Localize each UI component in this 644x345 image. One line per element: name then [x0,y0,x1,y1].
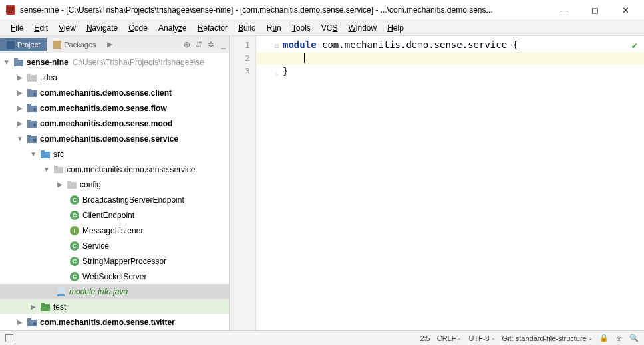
module-icon [27,134,37,144]
menu-file[interactable]: File [7,22,27,34]
tree-flow[interactable]: com.mechanitis.demo.sense.flow [0,100,229,116]
tree-service[interactable]: com.mechanitis.demo.sense.service [0,131,229,146]
gutter[interactable]: 1 2 3 [230,36,256,330]
chevron-right-icon[interactable] [16,120,24,127]
menu-build[interactable]: Build [234,22,260,34]
tree-ce-label: ClientEndpoint [82,211,134,220]
menu-tools[interactable]: Tools [288,22,315,34]
window-title: sense-nine - [C:\Users\Trisha\Projects\t… [20,5,551,15]
chevron-down-icon[interactable] [16,135,24,142]
status-caret-position[interactable]: 2:5 [420,334,430,342]
minimize-button[interactable]: — [555,5,573,15]
tree-smp-label: StringMapperProcessor [82,257,166,266]
gear-icon[interactable]: ✲ [205,40,217,49]
svg-rect-5 [14,58,18,60]
code-line-2[interactable] [256,52,644,65]
tree-idea[interactable]: .idea [0,70,229,85]
maximize-button[interactable]: ◻ [585,5,604,15]
code-area[interactable]: ✔ ⊟module com.mechanitis.demo.sense.serv… [256,36,644,330]
tree-pkg[interactable]: com.mechanitis.demo.sense.service [0,162,229,177]
gutter-line-2[interactable]: 2 [230,52,255,65]
menu-code[interactable]: Code [124,22,152,34]
tab-project-label: Project [17,41,40,49]
status-encoding[interactable]: UTF-8⌄ [468,334,495,342]
target-icon[interactable]: ⊕ [181,40,193,49]
svg-rect-12 [27,104,31,106]
svg-rect-10 [33,93,36,96]
fold-end-icon[interactable]: ⌞ [275,66,281,78]
menu-refactor[interactable]: Refactor [194,22,232,34]
tree-smp[interactable]: C StringMapperProcessor [0,253,229,269]
tree-client[interactable]: com.mechanitis.demo.sense.client [0,85,229,100]
project-toolbar: Project Packages ▶ ⊕ ⇵ ✲ ⎯ [0,36,229,53]
tree-root[interactable]: sense-nine C:\Users\Trisha\Projects\tris… [0,55,229,70]
class-icon: C [69,195,80,205]
chevron-right-icon[interactable] [16,89,24,96]
svg-rect-25 [67,181,71,183]
chevron-right-icon[interactable] [16,74,24,81]
tab-project[interactable]: Project [0,38,47,51]
tree-test[interactable]: test [0,299,229,314]
tree-wss[interactable]: C WebSocketServer [0,269,229,284]
tree-twitter[interactable]: com.mechanitis.demo.sense.twitter [0,314,229,330]
menu-vcs[interactable]: VCS [317,22,342,34]
status-linesep[interactable]: CRLF⌄ [437,334,462,342]
svg-rect-21 [41,150,45,152]
menu-help[interactable]: Help [383,22,408,34]
svg-rect-18 [27,135,31,137]
caret [304,53,305,63]
project-panel: Project Packages ▶ ⊕ ⇵ ✲ ⎯ sense-nine C:… [0,36,230,330]
chevron-down-icon[interactable] [3,58,11,66]
code-line-1[interactable]: ⊟module com.mechanitis.demo.sense.servic… [256,39,644,52]
tree-module-info[interactable]: module-info.java [0,284,229,299]
svg-rect-23 [54,166,58,168]
menubar: File Edit View Navigate Code Analyze Ref… [0,20,644,36]
menu-edit[interactable]: Edit [30,22,52,34]
code-line-3[interactable]: ⌞} [256,65,644,78]
tree-ml[interactable]: I MessageListener [0,223,229,238]
status-git-branch[interactable]: Git: standard-file-structure⌄ [502,334,593,342]
tool-window-toggle-icon[interactable] [5,334,13,342]
menu-window[interactable]: Window [344,22,381,34]
editor[interactable]: 1 2 3 ✔ ⊟module com.mechanitis.demo.sens… [230,36,644,330]
tree-mood[interactable]: com.mechanitis.demo.sense.mood [0,116,229,131]
source-folder-icon [40,149,51,160]
titlebar: sense-nine - [C:\Users\Trisha\Projects\t… [0,0,644,20]
module-icon [27,88,37,98]
packages-icon [53,41,61,49]
inspection-ok-icon[interactable]: ✔ [632,40,637,51]
class-icon: C [69,271,80,282]
tree-ce[interactable]: C ClientEndpoint [0,207,229,223]
status-lock-icon[interactable]: 🔒 [599,334,609,342]
close-button[interactable]: ✕ [616,5,635,15]
tree-src[interactable]: src [0,146,229,162]
chevron-right-icon[interactable] [56,181,64,188]
hide-icon[interactable]: ⎯ [217,40,229,49]
svg-rect-31 [27,318,31,320]
gutter-line-1[interactable]: 1 [230,39,255,52]
project-tree[interactable]: sense-nine C:\Users\Trisha\Projects\tris… [0,53,229,330]
menu-analyze[interactable]: Analyze [154,22,191,34]
gutter-line-3[interactable]: 3 [230,65,255,78]
menu-navigate[interactable]: Navigate [82,22,122,34]
fold-icon[interactable]: ⊟ [275,40,281,52]
tree-svc[interactable]: C Service [0,238,229,253]
svg-rect-4 [14,60,23,66]
chevron-right-icon[interactable] [29,303,37,310]
svg-rect-24 [67,182,77,189]
status-search-icon[interactable]: 🔍 [629,334,639,342]
chevron-down-icon[interactable] [29,150,37,158]
menu-run[interactable]: Run [263,22,285,34]
app-icon [5,5,16,15]
chevron-right-icon[interactable] [16,318,24,326]
chevron-down-icon[interactable] [43,166,51,173]
collapse-icon[interactable]: ⇵ [193,40,205,49]
tab-packages[interactable]: Packages [47,38,102,51]
status-face-icon[interactable]: ☺ [615,334,623,342]
svg-rect-22 [54,167,63,173]
menu-view[interactable]: View [55,22,80,34]
tree-bse[interactable]: C BroadcastingServerEndpoint [0,192,229,207]
tab-run-toolbar[interactable]: ▶ [103,37,116,51]
tree-config[interactable]: config [0,177,229,192]
chevron-right-icon[interactable] [16,104,24,112]
